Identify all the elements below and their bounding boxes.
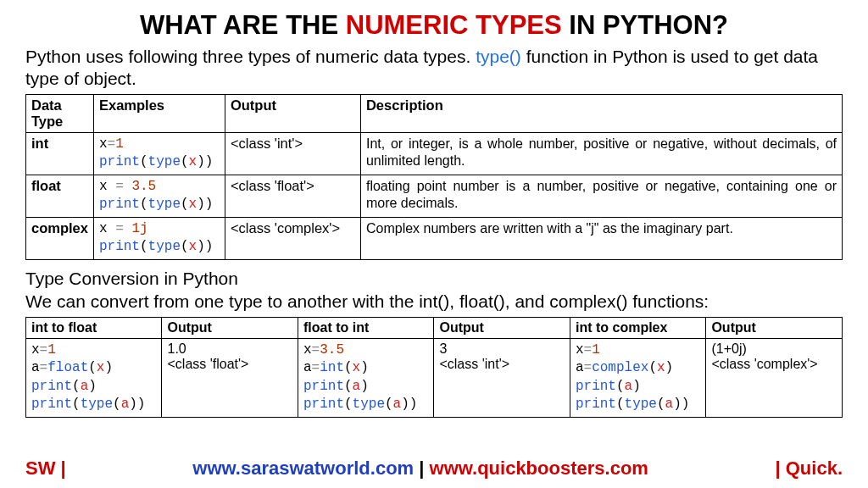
footer-mid: www.saraswatworld.com | www.quickbooster… — [192, 458, 648, 480]
code-cell: x=1 a=float(x) print(a) print(type(a)) — [26, 338, 162, 417]
sub-title: Type Conversion in Python — [25, 267, 843, 290]
numeric-types-table: Data Type Examples Output Description in… — [25, 94, 843, 261]
table-header-row: int to float Output float to int Output … — [26, 317, 843, 338]
col-h: float to int — [298, 317, 433, 338]
col-h: Output — [162, 317, 298, 338]
footer-left: SW | — [25, 458, 66, 480]
type-cell: complex — [26, 217, 94, 259]
title-mid: NUMERIC TYPES — [346, 10, 562, 40]
table-header-row: Data Type Examples Output Description — [26, 94, 843, 132]
col-h: int to float — [26, 317, 162, 338]
col-output: Output — [225, 94, 360, 132]
example-cell: x=1 print(type(x)) — [93, 132, 225, 175]
col-data-type: Data Type — [26, 94, 94, 132]
col-description: Description — [360, 94, 842, 132]
title-post: IN PYTHON? — [562, 10, 728, 40]
conversion-table: int to float Output float to int Output … — [25, 317, 843, 418]
example-cell: x = 1j print(type(x)) — [93, 217, 225, 259]
intro-fn: type() — [476, 47, 521, 66]
intro-text: Python uses following three types of num… — [25, 46, 843, 91]
subheading: Type Conversion in Python We can convert… — [25, 267, 843, 313]
footer: SW | www.saraswatworld.com | www.quickbo… — [25, 458, 843, 480]
output-cell: <class 'float'> — [225, 175, 360, 217]
intro-pre: Python uses following three types of num… — [25, 47, 476, 66]
output-cell: 1.0<class 'float'> — [162, 338, 298, 417]
footer-link-blue: www.saraswatworld.com — [192, 458, 414, 479]
example-cell: x = 3.5 print(type(x)) — [93, 175, 225, 217]
footer-link-red: www.quickboosters.com — [430, 458, 648, 479]
type-cell: float — [26, 175, 94, 217]
code-cell: x=3.5 a=int(x) print(a) print(type(a)) — [298, 338, 433, 417]
type-cell: int — [26, 132, 94, 175]
col-examples: Examples — [93, 94, 225, 132]
col-h: Output — [434, 317, 570, 338]
col-h: int to complex — [570, 317, 705, 338]
output-cell: <class 'complex'> — [225, 217, 360, 259]
footer-right: | Quick. — [775, 458, 843, 480]
page-title: WHAT ARE THE NUMERIC TYPES IN PYTHON? — [25, 10, 843, 41]
sub-desc: We can convert from one type to another … — [25, 290, 843, 313]
desc-cell: floating point number is a number, posit… — [360, 175, 842, 217]
table-row: complex x = 1j print(type(x)) <class 'co… — [26, 217, 843, 259]
output-cell: (1+0j)<class 'complex'> — [706, 338, 843, 417]
table-row: int x=1 print(type(x)) <class 'int'> Int… — [26, 132, 843, 175]
title-pre: WHAT ARE THE — [140, 10, 346, 40]
table-row: x=1 a=float(x) print(a) print(type(a)) 1… — [26, 338, 843, 417]
table-row: float x = 3.5 print(type(x)) <class 'flo… — [26, 175, 843, 217]
output-cell: <class 'int'> — [225, 132, 360, 175]
footer-sep: | — [414, 458, 429, 479]
output-cell: 3<class 'int'> — [434, 338, 570, 417]
col-h: Output — [706, 317, 843, 338]
code-cell: x=1 a=complex(x) print(a) print(type(a)) — [570, 338, 705, 417]
desc-cell: Complex numbers are written with a "j" a… — [360, 217, 842, 259]
desc-cell: Int, or integer, is a whole number, posi… — [360, 132, 842, 175]
